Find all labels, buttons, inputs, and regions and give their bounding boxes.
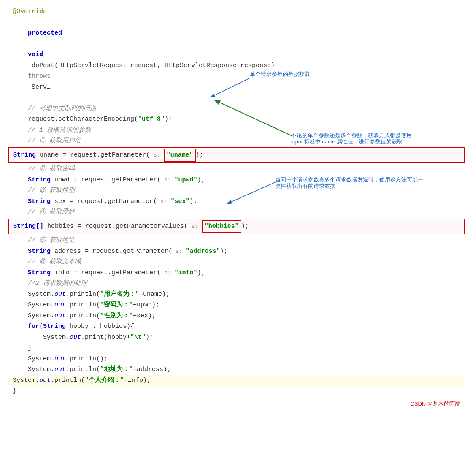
line-comment2: // 1 获取请求的参数 <box>8 125 465 136</box>
footer-text: CSDN @划水的阿暦 <box>8 399 465 408</box>
line-comment1: // 考虑中文乱码的问题 <box>8 103 465 114</box>
kw-void: void <box>28 51 43 58</box>
code-area: @Override protected void doPost(HttpServ… <box>8 4 465 397</box>
line-comment5: // ③ 获取性别 <box>8 185 465 196</box>
line-annotation: @Override <box>8 6 465 17</box>
line-last: System.out.println("个人介绍："+info); <box>8 375 465 386</box>
line-comment9: //2 请求数据的处理 <box>8 278 465 289</box>
line-comment3: // ① 获取用户名 <box>8 135 465 146</box>
line-uname: String uname = request.getParameter( s: … <box>8 147 465 163</box>
line-println5: System.out.println("地址为："+address); <box>8 364 465 375</box>
kw-throws: throws <box>28 73 51 80</box>
line-println1: System.out.println("用户名为："+uname); <box>8 289 465 300</box>
line-print: System.out.print(hobby+"\t"); <box>8 332 465 343</box>
line-hobbies: String[] hobbies = request.getParameterV… <box>8 219 465 235</box>
line-code5: String info = request.getParameter( s: "… <box>8 268 465 279</box>
line-println4: System.out.println(); <box>8 354 465 365</box>
line-code2: String upwd = request.getParameter( s: "… <box>8 175 465 186</box>
line-code3: String sex = request.getParameter( s: "s… <box>8 196 465 207</box>
line-println2: System.out.println("密码为："+upwd); <box>8 300 465 311</box>
line-comment4: // ② 获取密码 <box>8 164 465 175</box>
line-comment7: // ⑤ 获取地址 <box>8 235 465 246</box>
line-code4: String address = request.getParameter( s… <box>8 246 465 257</box>
line-println3: System.out.println("性别为："+sex); <box>8 311 465 322</box>
line-code1: request.setCharacterEncoding("utf-8"); <box>8 114 465 125</box>
line-comment8: // ⑥ 获取文本域 <box>8 257 465 268</box>
line-for: for(String hobby : hobbies){ <box>8 321 465 332</box>
kw-protected: protected <box>28 30 62 37</box>
line-comment6: // ④ 获取爱好 <box>8 207 465 218</box>
line-for-close: } <box>8 343 465 354</box>
line-closing: } <box>8 386 465 397</box>
line-method-sig: protected void doPost(HttpServletRequest… <box>8 17 465 103</box>
